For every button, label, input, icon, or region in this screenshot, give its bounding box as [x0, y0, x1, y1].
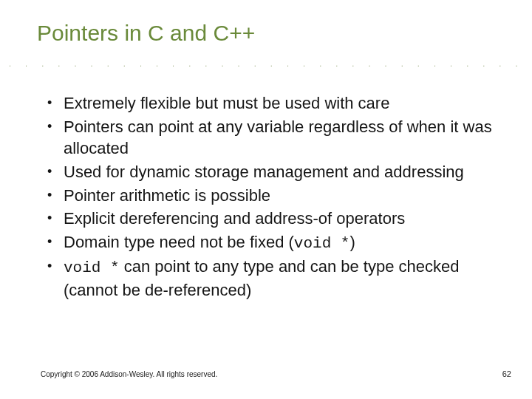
page-number: 62 [502, 369, 511, 378]
bullet-text: Pointers can point at any variable regar… [64, 117, 492, 158]
bullet-item: void * can point to any type and can be … [44, 256, 502, 301]
bullet-text-prefix: Domain type need not be fixed ( [64, 233, 294, 251]
bullet-code: void * [64, 259, 120, 276]
copyright-footer: Copyright © 2006 Addison-Wesley. All rig… [41, 370, 217, 378]
slide: Pointers in C and C++ . . . . . . . . . … [0, 0, 532, 399]
bullet-item: Domain type need not be fixed (void *) [44, 231, 502, 254]
bullet-item: Used for dynamic storage management and … [44, 161, 502, 183]
bullet-text: Explicit dereferencing and address-of op… [64, 209, 405, 228]
bullet-text: Extremely flexible but must be used with… [64, 94, 389, 112]
slide-title: Pointers in C and C++ [0, 0, 532, 46]
bullet-item: Extremely flexible but must be used with… [44, 92, 502, 115]
bullet-text-suffix: ) [349, 233, 355, 251]
bullet-text: Used for dynamic storage management and … [64, 163, 464, 181]
bullet-item: Pointers can point at any variable regar… [44, 116, 502, 160]
bullet-text: Pointer arithmetic is possible [64, 186, 270, 205]
bullet-item: Explicit dereferencing and address-of op… [44, 208, 502, 230]
bullet-code: void * [294, 235, 350, 252]
bullet-text: can point to any type and can be type ch… [64, 257, 460, 299]
slide-body: Extremely flexible but must be used with… [44, 92, 502, 303]
divider-dots: . . . . . . . . . . . . . . . . . . . . … [9, 59, 523, 66]
bullet-list: Extremely flexible but must be used with… [44, 92, 502, 301]
bullet-item: Pointer arithmetic is possible [44, 185, 502, 207]
